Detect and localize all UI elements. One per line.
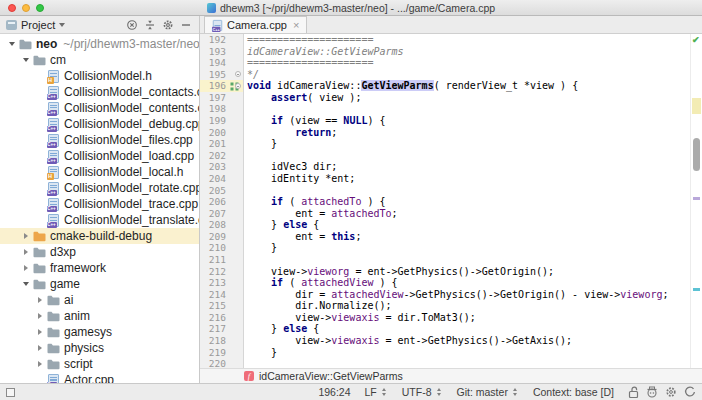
- gutter-marker-column[interactable]: [230, 115, 244, 127]
- code-line-217[interactable]: 217 } else {: [200, 323, 690, 335]
- chevron-down-icon[interactable]: [6, 42, 18, 46]
- line-number[interactable]: 211: [200, 254, 230, 266]
- tree-item-collisionmodel-debug-cpp[interactable]: C++CollisionModel_debug.cpp: [0, 116, 199, 132]
- code-line-193[interactable]: 193idCameraView::GetViewParms: [200, 46, 690, 58]
- line-number[interactable]: 192: [200, 34, 230, 46]
- code-line-202[interactable]: 202: [200, 150, 690, 162]
- tool-window-toggle-icon[interactable]: [6, 388, 15, 397]
- chevron-right-icon[interactable]: [20, 265, 32, 271]
- line-number[interactable]: 220: [200, 358, 230, 368]
- gutter-marker-column[interactable]: [230, 92, 244, 104]
- settings-gear-icon[interactable]: [161, 18, 175, 32]
- tree-item-anim[interactable]: anim: [0, 308, 199, 324]
- caret-position[interactable]: 196:24: [318, 386, 350, 398]
- line-number[interactable]: 219: [200, 347, 230, 359]
- gutter-marker-column[interactable]: [230, 208, 244, 220]
- line-ending-selector[interactable]: LF: [365, 386, 388, 398]
- line-number[interactable]: 195: [200, 69, 230, 81]
- lock-icon[interactable]: [628, 386, 639, 398]
- code-line-215[interactable]: 215 dir.Normalize();: [200, 300, 690, 312]
- gutter-marker-column[interactable]: [230, 219, 244, 231]
- gutter-marker-column[interactable]: [230, 196, 244, 208]
- git-branch-selector[interactable]: Git: master: [457, 386, 519, 398]
- tree-item-framework[interactable]: framework: [0, 260, 199, 276]
- error-stripe[interactable]: ✔: [690, 34, 702, 368]
- stripe-mark-current[interactable]: [692, 98, 701, 114]
- code-line-218[interactable]: 218 view->viewaxis = ent->GetPhysics()->…: [200, 335, 690, 347]
- gutter-marker-column[interactable]: [230, 69, 244, 81]
- tree-item-script[interactable]: script: [0, 356, 199, 372]
- tree-item-collisionmodel-rotate-cpp[interactable]: C++CollisionModel_rotate.cpp: [0, 180, 199, 196]
- code-line-206[interactable]: 206 if ( attachedTo ) {: [200, 196, 690, 208]
- tab-camera-cpp[interactable]: C++ Camera.cpp ×: [204, 16, 307, 33]
- line-number[interactable]: 203: [200, 161, 230, 173]
- code-line-198[interactable]: 198: [200, 103, 690, 115]
- gutter-marker-column[interactable]: [230, 254, 244, 266]
- gutter-marker-column[interactable]: [230, 138, 244, 150]
- tree-item-collisionmodel-load-cpp[interactable]: C++CollisionModel_load.cpp: [0, 148, 199, 164]
- code-line-196[interactable]: 196void idCameraView::GetViewParms( rend…: [200, 80, 690, 92]
- gutter-marker-column[interactable]: [230, 185, 244, 197]
- line-number[interactable]: 200: [200, 127, 230, 139]
- line-number[interactable]: 212: [200, 266, 230, 278]
- code-line-213[interactable]: 213 if ( attachedView ) {: [200, 277, 690, 289]
- code-line-211[interactable]: 211: [200, 254, 690, 266]
- gutter-marker-column[interactable]: [230, 127, 244, 139]
- line-number[interactable]: 213: [200, 277, 230, 289]
- tree-item-collisionmodel-trace-cpp[interactable]: C++CollisionModel_trace.cpp: [0, 196, 199, 212]
- tree-item-collisionmodel-contacts-cpp[interactable]: C++CollisionModel_contacts.cpp: [0, 84, 199, 100]
- chevron-right-icon[interactable]: [20, 233, 32, 239]
- code-line-210[interactable]: 210 }: [200, 242, 690, 254]
- gutter-marker-column[interactable]: [230, 231, 244, 243]
- code-line-219[interactable]: 219 }: [200, 347, 690, 359]
- fold-marker-icon[interactable]: [235, 71, 241, 77]
- code-line-204[interactable]: 204 idEntity *ent;: [200, 173, 690, 185]
- code-line-208[interactable]: 208 } else {: [200, 219, 690, 231]
- tree-item-game[interactable]: game: [0, 276, 199, 292]
- chevron-right-icon[interactable]: [20, 249, 32, 255]
- line-number[interactable]: 199: [200, 115, 230, 127]
- fold-marker-icon[interactable]: [235, 83, 241, 89]
- gutter-marker-column[interactable]: [230, 173, 244, 185]
- chevron-down-icon[interactable]: [59, 23, 65, 27]
- line-number[interactable]: 210: [200, 242, 230, 254]
- code-line-203[interactable]: 203 idVec3 dir;: [200, 161, 690, 173]
- gutter-marker-column[interactable]: [230, 312, 244, 324]
- line-number[interactable]: 201: [200, 138, 230, 150]
- gear-question-icon[interactable]: [665, 386, 677, 398]
- line-number[interactable]: 198: [200, 103, 230, 115]
- gutter-marker-column[interactable]: [230, 161, 244, 173]
- gutter-marker-column[interactable]: [230, 34, 244, 46]
- line-number[interactable]: 214: [200, 289, 230, 301]
- gutter-marker-column[interactable]: [230, 358, 244, 368]
- tree-item-cmake-build-debug[interactable]: cmake-build-debug: [0, 228, 199, 244]
- line-number[interactable]: 205: [200, 185, 230, 197]
- gutter-marker-column[interactable]: [230, 300, 244, 312]
- line-number[interactable]: 202: [200, 150, 230, 162]
- project-panel-title[interactable]: Project: [21, 19, 55, 31]
- line-number[interactable]: 217: [200, 323, 230, 335]
- gutter-marker-column[interactable]: [230, 57, 244, 69]
- code-line-200[interactable]: 200 return;: [200, 127, 690, 139]
- code-editor[interactable]: 192=====================193idCameraView:…: [200, 34, 690, 368]
- chevron-down-icon[interactable]: [20, 282, 32, 286]
- code-line-207[interactable]: 207 ent = attachedTo;: [200, 208, 690, 220]
- tree-item-gamesys[interactable]: gamesys: [0, 324, 199, 340]
- chevron-right-icon[interactable]: [34, 345, 46, 351]
- gutter-marker-column[interactable]: [230, 335, 244, 347]
- tree-item-d3xp[interactable]: d3xp: [0, 244, 199, 260]
- code-line-194[interactable]: 194=====================: [200, 57, 690, 69]
- tree-item-physics[interactable]: physics: [0, 340, 199, 356]
- stripe-mark-usage[interactable]: [693, 197, 700, 200]
- code-line-195[interactable]: 195*/: [200, 69, 690, 81]
- gutter-marker-column[interactable]: [230, 150, 244, 162]
- tree-item-collisionmodel-translate-cpp[interactable]: C++CollisionModel_translate.cpp: [0, 212, 199, 228]
- tree-item-actor-cpp[interactable]: C++Actor.cpp: [0, 372, 199, 383]
- gutter-marker-column[interactable]: [230, 46, 244, 58]
- code-line-209[interactable]: 209 ent = this;: [200, 231, 690, 243]
- line-number[interactable]: 207: [200, 208, 230, 220]
- line-number[interactable]: 208: [200, 219, 230, 231]
- hector-inspector-icon[interactable]: [646, 386, 658, 398]
- gutter-marker-column[interactable]: [230, 347, 244, 359]
- code-line-192[interactable]: 192=====================: [200, 34, 690, 46]
